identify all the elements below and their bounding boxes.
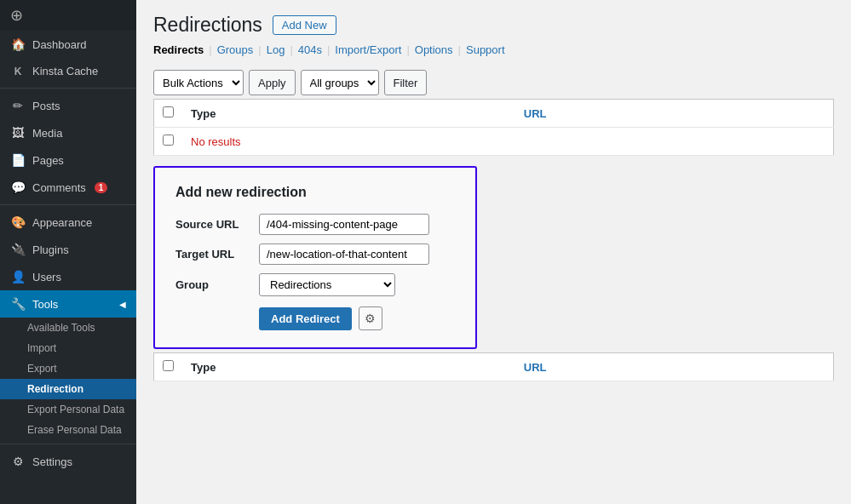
select-all-checkbox[interactable] bbox=[163, 106, 174, 117]
media-icon: 🖼 bbox=[10, 126, 26, 140]
add-redirect-box: Add new redirection Source URL Target UR… bbox=[153, 166, 477, 349]
users-icon: 👤 bbox=[10, 270, 26, 284]
nav-sep: | bbox=[406, 43, 409, 56]
nav-sep: | bbox=[258, 43, 261, 56]
target-url-label: Target URL bbox=[175, 248, 252, 261]
nav-sep: | bbox=[209, 43, 211, 56]
toolbar: Bulk Actions Apply All groups Filter bbox=[153, 70, 834, 95]
group-select[interactable]: Redirections bbox=[259, 273, 395, 296]
sidebar-item-settings[interactable]: ⚙ Settings bbox=[0, 448, 136, 475]
no-results-text: No results bbox=[182, 128, 834, 156]
target-url-row: Target URL bbox=[175, 243, 455, 265]
sidebar-item-comments[interactable]: 💬 Comments 1 bbox=[0, 174, 136, 201]
sidebar-sub-import[interactable]: Import bbox=[0, 338, 136, 358]
comments-badge: 1 bbox=[95, 182, 108, 193]
add-new-button[interactable]: Add New bbox=[273, 15, 336, 35]
pages-icon: 📄 bbox=[10, 153, 26, 167]
sidebar-item-label: Comments bbox=[32, 181, 86, 194]
page-header: Redirections Add New bbox=[153, 14, 834, 37]
source-url-row: Source URL bbox=[175, 214, 455, 235]
divider bbox=[0, 88, 136, 89]
sidebar-item-pages[interactable]: 📄 Pages bbox=[0, 146, 136, 174]
url-column-header: URL bbox=[515, 100, 834, 128]
import-label: Import bbox=[27, 342, 56, 354]
page-title: Redirections bbox=[153, 14, 262, 37]
plugins-icon: 🔌 bbox=[10, 243, 26, 256]
type-column-header: Type bbox=[182, 100, 515, 128]
settings-icon: ⚙ bbox=[10, 455, 26, 468]
url-column-footer: URL bbox=[515, 353, 834, 381]
wp-logo-icon: ⊕ bbox=[10, 6, 23, 25]
comments-icon: 💬 bbox=[10, 180, 26, 194]
bulk-actions-select[interactable]: Bulk Actions bbox=[153, 70, 244, 95]
sidebar-item-kinsta-cache[interactable]: K Kinsta Cache bbox=[0, 58, 136, 84]
divider bbox=[0, 444, 136, 444]
redirects-table-bottom: Type URL bbox=[153, 352, 834, 381]
tab-404s[interactable]: 404s bbox=[298, 43, 322, 56]
sidebar-sub-redirection[interactable]: Redirection bbox=[0, 379, 136, 399]
sidebar-logo: ⊕ bbox=[0, 0, 136, 31]
sidebar-item-label: Media bbox=[32, 127, 62, 140]
tools-arrow-icon: ◀ bbox=[119, 300, 126, 309]
tab-support[interactable]: Support bbox=[466, 43, 505, 56]
gear-settings-button[interactable]: ⚙ bbox=[359, 306, 382, 330]
nav-sep: | bbox=[290, 43, 292, 56]
sidebar-item-label: Appearance bbox=[32, 216, 92, 229]
apply-button[interactable]: Apply bbox=[249, 70, 296, 95]
tab-groups[interactable]: Groups bbox=[217, 43, 254, 56]
source-url-label: Source URL bbox=[175, 218, 252, 231]
sidebar-sub-export[interactable]: Export bbox=[0, 358, 136, 379]
sidebar-item-media[interactable]: 🖼 Media bbox=[0, 119, 136, 146]
sidebar-item-tools[interactable]: 🔧 Tools ◀ bbox=[0, 290, 136, 318]
tab-redirects[interactable]: Redirects bbox=[153, 43, 204, 56]
erase-personal-data-label: Erase Personal Data bbox=[27, 424, 122, 436]
tab-log[interactable]: Log bbox=[267, 43, 285, 56]
sidebar-item-posts[interactable]: ✏ Posts bbox=[0, 92, 136, 119]
row-checkbox[interactable] bbox=[163, 135, 174, 146]
sidebar-sub-export-personal-data[interactable]: Export Personal Data bbox=[0, 399, 136, 420]
group-label: Group bbox=[175, 278, 252, 291]
divider bbox=[0, 204, 136, 205]
sidebar-item-label: Kinsta Cache bbox=[32, 65, 98, 77]
no-results-row: No results bbox=[154, 128, 834, 156]
sidebar-sub-available-tools[interactable]: Available Tools bbox=[0, 318, 136, 338]
sidebar-item-users[interactable]: 👤 Users bbox=[0, 263, 136, 290]
sidebar-item-label: Dashboard bbox=[32, 38, 87, 51]
sidebar-item-appearance[interactable]: 🎨 Appearance bbox=[0, 209, 136, 236]
redirection-label: Redirection bbox=[27, 383, 83, 395]
filter-button[interactable]: Filter bbox=[384, 70, 428, 95]
type-column-footer: Type bbox=[182, 353, 515, 381]
sidebar-sub-erase-personal-data[interactable]: Erase Personal Data bbox=[0, 420, 136, 440]
export-personal-data-label: Export Personal Data bbox=[27, 404, 124, 415]
appearance-icon: 🎨 bbox=[10, 215, 26, 229]
sidebar-item-label: Users bbox=[32, 271, 61, 284]
sidebar-item-label: Plugins bbox=[32, 243, 69, 256]
dashboard-icon: 🏠 bbox=[10, 37, 26, 51]
target-url-input[interactable] bbox=[259, 243, 429, 265]
group-row: Group Redirections bbox=[175, 273, 455, 296]
tab-import-export[interactable]: Import/Export bbox=[335, 43, 401, 56]
sidebar-item-label: Settings bbox=[32, 455, 72, 468]
form-actions: Add Redirect ⚙ bbox=[175, 306, 455, 330]
sidebar-item-label: Pages bbox=[32, 154, 64, 167]
redirects-table: Type URL No results bbox=[153, 99, 834, 156]
tools-icon: 🔧 bbox=[10, 297, 26, 311]
sidebar: ⊕ 🏠 Dashboard K Kinsta Cache ✏ Posts 🖼 M… bbox=[0, 0, 136, 504]
sidebar-item-plugins[interactable]: 🔌 Plugins bbox=[0, 236, 136, 263]
posts-icon: ✏ bbox=[10, 99, 26, 112]
nav-tabs: Redirects | Groups | Log | 404s | Import… bbox=[153, 43, 834, 56]
select-all-bottom-checkbox[interactable] bbox=[163, 360, 174, 371]
nav-sep: | bbox=[327, 43, 330, 56]
tab-options[interactable]: Options bbox=[415, 43, 453, 56]
gear-icon: ⚙ bbox=[365, 312, 376, 325]
main-content: Redirections Add New Redirects | Groups … bbox=[136, 0, 851, 504]
nav-sep: | bbox=[458, 43, 461, 56]
available-tools-label: Available Tools bbox=[27, 322, 95, 334]
source-url-input[interactable] bbox=[259, 214, 429, 235]
add-redirect-button[interactable]: Add Redirect bbox=[259, 307, 352, 330]
export-label: Export bbox=[27, 363, 57, 375]
add-redirect-title: Add new redirection bbox=[175, 185, 455, 200]
groups-select[interactable]: All groups bbox=[301, 70, 379, 95]
kinsta-icon: K bbox=[10, 66, 26, 77]
sidebar-item-dashboard[interactable]: 🏠 Dashboard bbox=[0, 31, 136, 58]
